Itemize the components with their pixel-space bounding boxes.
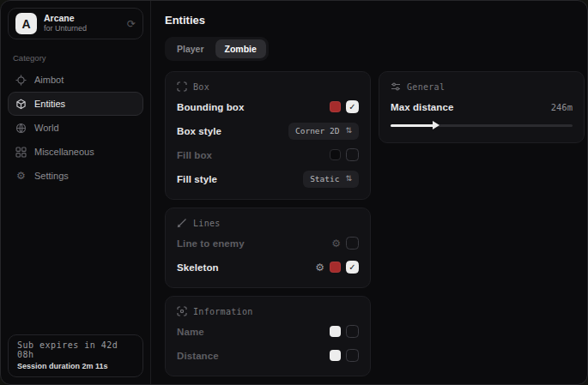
card-title: Lines (193, 219, 221, 228)
sidebar-item-label: Miscellaneous (34, 147, 94, 157)
lines-card-header: Lines (177, 218, 359, 228)
content: Box Bounding box ✓ Box style Corner 2D (165, 71, 585, 376)
entity-tabs: Player Zombie (165, 37, 269, 61)
sidebar-item-settings[interactable]: ⚙ Settings (8, 164, 143, 188)
setting-row-line-to-enemy: Line to enemy ⚙ (177, 234, 359, 252)
row-settings-gear-icon[interactable]: ⚙ (315, 262, 324, 273)
frame-corners-icon (177, 81, 187, 92)
box-card: Box Bounding box ✓ Box style Corner 2D (165, 71, 371, 200)
setting-row-name: Name (177, 322, 359, 340)
checkbox[interactable] (346, 148, 359, 161)
color-swatch[interactable] (330, 326, 341, 337)
setting-label: Bounding box (177, 102, 245, 112)
category-label: Category (13, 53, 140, 63)
checkbox[interactable]: ✓ (346, 261, 359, 274)
setting-row-bounding-box: Bounding box ✓ (177, 98, 359, 116)
information-card: Information Name Distance (165, 296, 371, 376)
globe-icon (15, 123, 27, 134)
sidebar-item-entities[interactable]: Entities (8, 92, 143, 116)
max-distance-slider-row (391, 119, 573, 131)
brand-name: Arcane (44, 14, 120, 24)
sidebar-item-label: World (34, 123, 59, 133)
setting-label: Line to enemy (177, 238, 245, 249)
setting-row-skeleton: Skeleton ⚙ ✓ (177, 258, 359, 276)
main-panel: Entities Player Zombie Box (151, 1, 588, 384)
card-title: General (407, 82, 445, 92)
card-title: Box (193, 82, 209, 92)
grid-icon (15, 147, 27, 158)
gear-icon: ⚙ (15, 171, 27, 182)
slider-thumb[interactable] (433, 121, 439, 129)
row-settings-gear-icon[interactable]: ⚙ (331, 238, 341, 249)
max-distance-value: 246m (551, 102, 573, 112)
setting-row-fill-box: Fill box (177, 146, 359, 164)
slider-fill (391, 124, 434, 127)
brand-text: Arcane for Unturned (44, 14, 120, 33)
crosshair-icon (15, 75, 27, 86)
max-distance-slider[interactable] (391, 119, 573, 131)
left-column: Box Bounding box ✓ Box style Corner 2D (165, 71, 371, 376)
subscription-box: Sub expires in 42d 08h Session duration … (8, 334, 143, 377)
setting-label: Box style (177, 126, 221, 136)
lines-card: Lines Line to enemy ⚙ Skeleton ⚙ (165, 208, 371, 288)
right-column: General Max distance 246m (379, 71, 585, 143)
setting-row-box-style: Box style Corner 2D ⇅ (177, 122, 359, 140)
dropdown-value: Static (310, 174, 339, 183)
tab-player[interactable]: Player (167, 39, 214, 58)
brand-subtitle: for Unturned (44, 25, 120, 33)
card-title: Information (193, 307, 253, 316)
select-arrows-icon: ⇅ (345, 175, 352, 183)
setting-label: Distance (177, 351, 219, 361)
select-arrows-icon: ⇅ (345, 127, 352, 135)
sidebar-nav: Aimbot Entities World (8, 68, 143, 188)
sidebar-item-label: Entities (34, 99, 65, 109)
general-card: General Max distance 246m (379, 71, 585, 143)
sidebar-item-label: Settings (34, 171, 69, 181)
setting-label: Fill box (177, 150, 212, 160)
arcane-window: A Arcane for Unturned ⟳ Category Aimbot (0, 0, 588, 385)
color-swatch[interactable] (330, 149, 341, 160)
refresh-icon[interactable]: ⟳ (127, 18, 136, 30)
sidebar-item-aimbot[interactable]: Aimbot (8, 68, 143, 92)
color-swatch[interactable] (330, 350, 341, 361)
sidebar-item-miscellaneous[interactable]: Miscellaneous (8, 140, 143, 164)
sidebar-item-label: Aimbot (34, 75, 64, 85)
tab-zombie[interactable]: Zombie (215, 39, 266, 58)
checkbox[interactable] (346, 237, 359, 250)
checkbox[interactable] (346, 325, 359, 338)
sub-expiry-text: Sub expires in 42d 08h (17, 340, 134, 359)
sliders-icon (391, 81, 401, 92)
setting-label: Name (177, 327, 204, 337)
entities-icon (15, 99, 27, 110)
setting-row-distance: Distance (177, 346, 359, 364)
setting-row-fill-style: Fill style Static ⇅ (177, 170, 359, 188)
arcane-logo: A (15, 13, 37, 34)
setting-label: Max distance (391, 102, 453, 112)
box-card-header: Box (177, 81, 359, 92)
session-duration-text: Session duration 2m 11s (17, 362, 134, 370)
setting-label: Skeleton (177, 262, 219, 273)
color-swatch[interactable] (330, 262, 341, 273)
page-title: Entities (165, 14, 585, 27)
brand-card: A Arcane for Unturned ⟳ (8, 8, 143, 39)
box-style-dropdown[interactable]: Corner 2D ⇅ (288, 123, 359, 140)
dropdown-value: Corner 2D (295, 126, 339, 135)
sidebar-item-world[interactable]: World (8, 116, 143, 140)
setting-label: Fill style (177, 174, 217, 184)
pencil-line-icon (177, 218, 187, 228)
checkbox[interactable] (346, 349, 359, 362)
fill-style-dropdown[interactable]: Static ⇅ (303, 171, 359, 188)
general-card-header: General (391, 81, 573, 92)
checkbox[interactable]: ✓ (346, 100, 359, 113)
information-card-header: Information (177, 306, 359, 316)
color-swatch[interactable] (330, 101, 341, 112)
setting-row-max-distance: Max distance 246m (391, 98, 573, 116)
scan-eye-icon (177, 306, 187, 316)
sidebar: A Arcane for Unturned ⟳ Category Aimbot (1, 1, 151, 384)
